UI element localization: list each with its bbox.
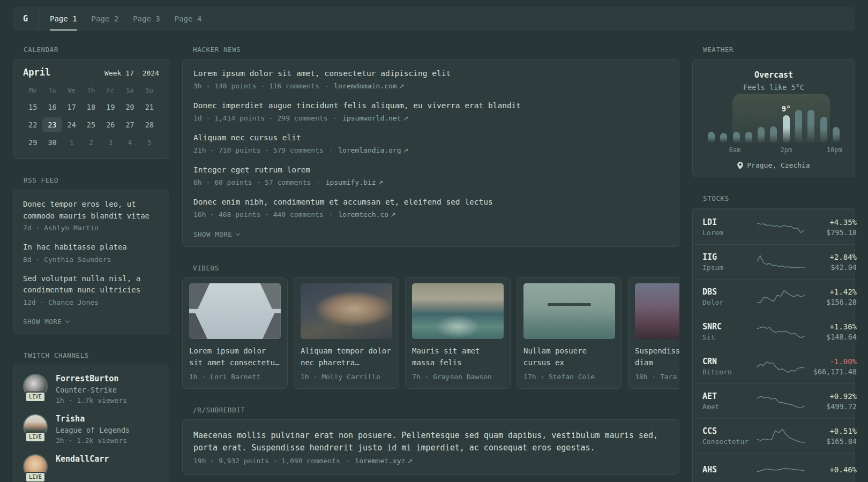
hn-item-title[interactable]: Aliquam nec cursus elit xyxy=(193,132,668,144)
twitch-channel-row[interactable]: LIVE Trisha League of Legends 3h · 1.2k … xyxy=(23,414,159,445)
video-card[interactable]: Nullam posuere cursus ex 17h · Stefan Co… xyxy=(517,277,622,389)
rss-item-title[interactable]: Donec tempor eros leo, ut commodo mauris… xyxy=(23,199,159,222)
rss-item-title[interactable]: In hac habitasse platea xyxy=(23,242,159,253)
video-card[interactable]: Suspendisse auctor diam 18h · Tara Romer… xyxy=(628,277,679,389)
stock-symbol: IIG xyxy=(702,252,756,262)
stock-values: +1.42% $156.28 xyxy=(805,288,857,306)
weather-bar xyxy=(708,132,715,143)
live-badge: LIVE xyxy=(25,472,46,482)
rss-item-meta: 7d · Ashlyn Martin xyxy=(23,224,159,232)
stock-row[interactable]: AET Amet +0.92% $499.72 xyxy=(693,383,855,418)
stock-sparkline-wrap xyxy=(756,322,805,341)
weather-bar xyxy=(745,132,752,143)
hn-item-domain-link[interactable]: ipsumify.biz xyxy=(326,178,376,186)
stock-row[interactable]: AHS +0.46% xyxy=(693,453,855,482)
calendar-section-title: CALENDAR xyxy=(24,46,169,54)
hacker-news-section-title: HACKER NEWS xyxy=(193,46,679,54)
stock-row[interactable]: DBS Dolor +1.42% $156.28 xyxy=(693,279,855,314)
twitch-channel-row[interactable]: LIVE KendallCarr xyxy=(23,454,159,479)
stock-symbol: CCS xyxy=(702,426,756,436)
hn-item-domain-link[interactable]: loremdomain.com xyxy=(334,82,396,90)
video-title[interactable]: Mauris sit amet massa felis xyxy=(412,345,504,368)
rss-show-more-button[interactable]: SHOW MORE xyxy=(23,318,69,326)
hn-item-meta: 6h · 60 points · 57 comments · ipsumify.… xyxy=(193,178,668,186)
rss-widget: Donec tempor eros leo, ut commodo mauris… xyxy=(13,190,169,334)
reddit-post-title[interactable]: Maecenas mollis pulvinar erat non posuer… xyxy=(193,430,668,454)
app-logo[interactable]: G xyxy=(13,7,39,31)
chevron-down-icon xyxy=(65,318,70,322)
stock-row[interactable]: LDI Lorem +4.35% $795.18 xyxy=(693,209,855,244)
stock-row[interactable]: CCS Consectetur +0.51% $165.84 xyxy=(693,418,855,453)
weather-bar xyxy=(758,127,765,143)
calendar-day: 15 xyxy=(23,100,42,115)
video-title[interactable]: Nullam posuere cursus ex xyxy=(523,345,615,368)
twitch-channel-name[interactable]: ForrestBurton xyxy=(56,374,127,383)
twitch-channel-name[interactable]: KendallCarr xyxy=(56,454,109,464)
video-card[interactable]: Lorem ipsum dolor sit amet consectetu… 1… xyxy=(182,277,288,389)
calendar-day: 5 xyxy=(140,135,159,150)
stock-name: Lorem xyxy=(702,229,756,237)
nav-tab[interactable]: Page 4 xyxy=(175,7,202,31)
location-pin-icon xyxy=(737,162,743,169)
weather-section-title: WEATHER xyxy=(703,46,855,54)
hn-show-more-button[interactable]: SHOW MORE xyxy=(193,230,240,238)
stock-sparkline-chart xyxy=(756,322,805,341)
stock-sparkline-chart xyxy=(756,253,805,271)
twitch-channel-row[interactable]: LIVE ForrestBurton Counter-Strike 1h · 1… xyxy=(23,374,159,404)
twitch-channel-game: Counter-Strike xyxy=(56,386,127,394)
video-meta: 17h · Stefan Cole xyxy=(523,373,615,381)
stock-row[interactable]: CRN Bitcorn -1.00% $66,171.48 xyxy=(693,349,855,383)
stock-identity: CRN Bitcorn xyxy=(702,357,756,376)
stock-sparkline-wrap xyxy=(756,253,805,271)
video-meta: 7h · Grayson Dawson xyxy=(412,373,504,381)
rss-item: Donec tempor eros leo, ut commodo mauris… xyxy=(23,199,159,232)
weather-time-label: 6am xyxy=(729,146,741,154)
stock-symbol: CRN xyxy=(702,357,756,366)
video-card[interactable]: Aliquam tempor dolor nec pharetra… 1h · … xyxy=(294,277,399,389)
twitch-channel-name[interactable]: Trisha xyxy=(56,414,130,424)
calendar-day: 17 xyxy=(62,100,81,115)
nav-tab[interactable]: Page 2 xyxy=(92,7,119,31)
video-thumbnail[interactable] xyxy=(635,283,679,339)
hn-item-title[interactable]: Donec imperdiet augue tincidunt felis al… xyxy=(193,100,668,111)
nav-tab[interactable]: Page 3 xyxy=(133,7,160,31)
twitch-channel-meta: 3h · 1.2k viewers xyxy=(56,436,130,445)
hn-item-domain-link[interactable]: loremtech.co xyxy=(338,210,388,219)
nav-tab[interactable]: Page 1 xyxy=(50,7,77,31)
video-card[interactable]: Mauris sit amet massa felis 7h · Grayson… xyxy=(405,277,511,389)
rss-item-title[interactable]: Sed volutpat nulla nisl, a condimentum n… xyxy=(23,273,159,296)
stock-change: +1.36% xyxy=(805,322,857,331)
stock-change: +4.35% xyxy=(805,218,857,227)
external-link-icon: ↗ xyxy=(403,147,409,154)
hn-item-title[interactable]: Donec enim nibh, condimentum et accumsan… xyxy=(193,197,668,208)
video-title[interactable]: Lorem ipsum dolor sit amet consectetu… xyxy=(189,345,281,368)
hn-item-title[interactable]: Lorem ipsum dolor sit amet, consectetur … xyxy=(193,68,668,79)
stock-change: +0.46% xyxy=(805,465,857,474)
stock-row[interactable]: SNRC Sit +1.36% $148.64 xyxy=(693,314,855,349)
video-thumbnail[interactable] xyxy=(301,283,392,339)
calendar-day: 20 xyxy=(120,100,139,115)
nav-tabs: Page 1 Page 2 Page 3 Page 4 xyxy=(39,7,201,31)
calendar-day: 24 xyxy=(62,117,81,132)
video-meta: 18h · Tara Romero xyxy=(635,373,679,381)
video-thumbnail[interactable] xyxy=(189,283,281,339)
middle-column: HACKER NEWS Lorem ipsum dolor sit amet, … xyxy=(182,46,679,482)
weather-time-label: 10pm xyxy=(827,146,842,154)
hn-item-domain-link[interactable]: loremlandia.org xyxy=(338,146,401,154)
hn-item-domain-link[interactable]: ipsumworld.net xyxy=(342,114,401,122)
video-thumbnail[interactable] xyxy=(523,283,615,339)
stock-symbol: SNRC xyxy=(702,322,756,332)
calendar-day: 27 xyxy=(120,117,139,132)
video-title[interactable]: Suspendisse auctor diam xyxy=(635,345,679,368)
weather-bar xyxy=(820,117,827,143)
twitch-avatar-wrap: LIVE xyxy=(23,454,48,479)
stock-row[interactable]: IIG Ipsum +2.84% $42.04 xyxy=(693,244,855,279)
videos-row: Lorem ipsum dolor sit amet consectetu… 1… xyxy=(182,277,679,389)
reddit-post-domain-link[interactable]: loremnet.xyz xyxy=(355,457,405,465)
video-title[interactable]: Aliquam tempor dolor nec pharetra… xyxy=(301,345,392,368)
video-thumbnail[interactable] xyxy=(412,283,504,339)
hn-item-title[interactable]: Integer eget rutrum lorem xyxy=(193,164,668,176)
stock-values: +4.35% $795.18 xyxy=(805,218,857,237)
weather-bar xyxy=(807,110,814,143)
calendar-weekday-label: Tu xyxy=(42,85,62,97)
